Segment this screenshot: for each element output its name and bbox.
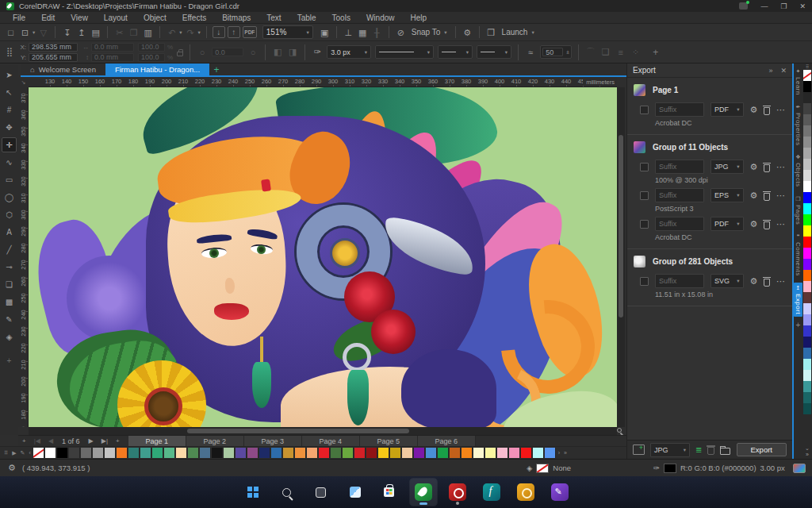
color-swatch[interactable] [497,448,508,458]
color-swatch[interactable] [57,448,68,458]
start-icon[interactable] [239,479,266,506]
checkbox[interactable] [640,191,649,200]
color-swatch[interactable] [247,448,259,458]
color-swatch[interactable] [378,448,389,458]
add-tool[interactable]: + [2,353,17,368]
paste-icon[interactable]: ▥ [142,26,154,39]
checkbox[interactable] [640,163,649,171]
color-swatch[interactable] [200,448,211,458]
settings-gear-icon[interactable]: ⚙ [750,162,758,172]
outline-swatch[interactable] [664,464,676,473]
color-swatch[interactable] [164,448,175,458]
launch-window-icon[interactable]: ❒ [485,26,497,39]
color-swatch[interactable] [307,448,318,458]
scroll-down-icon[interactable]: ⌄ [805,445,810,452]
suffix-input[interactable] [655,102,704,117]
snap-off-icon[interactable]: ⊘ [395,26,407,39]
horizontal-scrollbar[interactable] [29,427,617,435]
suffix-input[interactable] [655,217,704,231]
zoom-level-select[interactable]: 151%▾ [262,25,313,39]
color-swatch[interactable] [117,448,128,458]
object-height-field[interactable] [91,53,134,62]
connector-tool[interactable]: ⊸ [2,260,17,275]
drop-shadow-tool[interactable]: ❏ [2,277,17,292]
color-swatch[interactable] [331,448,342,458]
color-swatch[interactable] [426,448,437,458]
eyedropper-icon[interactable]: ✎ [19,450,27,456]
outline-width-select[interactable]: 3.0 px▾ [327,45,371,59]
zoom-corner-button[interactable] [616,427,626,435]
palette-flyout-icon[interactable]: ▶ [10,450,17,456]
store-icon[interactable] [376,479,403,506]
publish-pdf-icon[interactable]: PDF [243,26,257,38]
color-swatch[interactable] [803,403,811,414]
color-swatch[interactable] [803,125,811,137]
share-upload-icon[interactable]: ↥ [75,26,87,39]
color-swatch[interactable] [803,214,811,225]
scrollbar-thumb[interactable] [187,429,409,433]
show-rulers-icon[interactable]: ⊥ [343,26,354,39]
vertical-scrollbar[interactable] [617,87,625,427]
color-swatch[interactable] [319,448,330,458]
interactive-fill-tool[interactable]: ◈ [2,329,17,344]
color-swatch[interactable] [803,92,811,103]
color-swatch[interactable] [93,448,104,458]
settings-gear-icon[interactable]: ⚙ [750,105,758,115]
color-swatch[interactable] [473,448,485,458]
stepper-icon[interactable]: ± [566,49,569,55]
page-tab-5[interactable]: Page 5 [360,436,418,447]
line-style-select[interactable]: ▾ [375,45,434,59]
color-swatch[interactable] [176,448,187,458]
palette-more-icon[interactable]: » [806,452,809,458]
palette-handle-icon[interactable]: ⠿ [806,64,809,70]
color-proof-monitor-icon[interactable] [793,464,806,473]
page-tab-2[interactable]: Page 2 [186,436,244,447]
scale-y-field[interactable] [138,53,165,62]
format-select[interactable]: EPS▾ [710,188,744,202]
fill-swatch[interactable] [536,464,549,473]
menu-table[interactable]: Table [289,13,324,22]
color-swatch[interactable] [283,448,294,458]
menu-window[interactable]: Window [358,13,403,22]
freehand-pick-tool[interactable]: ✛ [2,137,17,152]
docker-tab-objects[interactable]: ❖Objects [794,152,802,190]
color-swatch[interactable] [45,448,56,458]
get-more-download-icon[interactable]: ↧ [61,26,73,39]
footer-format-select[interactable]: JPG▾ [650,443,690,457]
color-swatch[interactable] [140,448,151,458]
menu-layout[interactable]: Layout [96,13,136,22]
end-arrowhead-select[interactable]: ▾ [477,45,511,59]
color-swatch[interactable] [803,370,811,381]
color-swatch[interactable] [803,70,811,81]
menu-tools[interactable]: Tools [324,13,358,22]
format-select[interactable]: PDF▾ [710,217,744,231]
show-grid-icon[interactable]: ▦ [357,26,369,39]
smoothing-value-field[interactable] [542,48,563,56]
scroll-left-icon[interactable]: ‹ [27,450,32,456]
collapse-docker-icon[interactable]: » [768,67,772,75]
menu-file[interactable]: File [5,13,33,22]
open-icon[interactable]: ⊡ [19,26,31,39]
scrollbar-thumb[interactable] [619,135,623,318]
pan-tool[interactable]: ✥ [2,120,17,135]
page-tab-1[interactable]: Page 1 [128,436,186,447]
color-swatch[interactable] [462,448,473,458]
suffix-input[interactable] [655,188,704,202]
color-swatch[interactable] [803,281,811,292]
more-options-icon[interactable]: ⋯ [776,190,786,201]
palette-handle-icon[interactable]: ⠿ [2,450,10,456]
color-swatch[interactable] [33,448,44,458]
docker-tab-export[interactable]: ↥Export [794,283,802,317]
shape-tool[interactable]: ↖ [2,85,17,100]
folder-icon[interactable] [720,448,730,455]
previous-page-icon[interactable]: ◀ [44,437,57,444]
color-swatch[interactable] [803,348,811,359]
start-arrowhead-select[interactable]: ▾ [438,45,473,59]
canvas-page[interactable] [29,87,617,427]
color-swatch[interactable] [105,448,116,458]
pick-tool[interactable]: ➤ [2,67,17,83]
font-manager-icon[interactable] [478,479,505,506]
account-icon[interactable] [739,2,748,10]
trash-icon[interactable] [764,164,770,172]
more-options-icon[interactable]: ⋯ [776,162,786,172]
